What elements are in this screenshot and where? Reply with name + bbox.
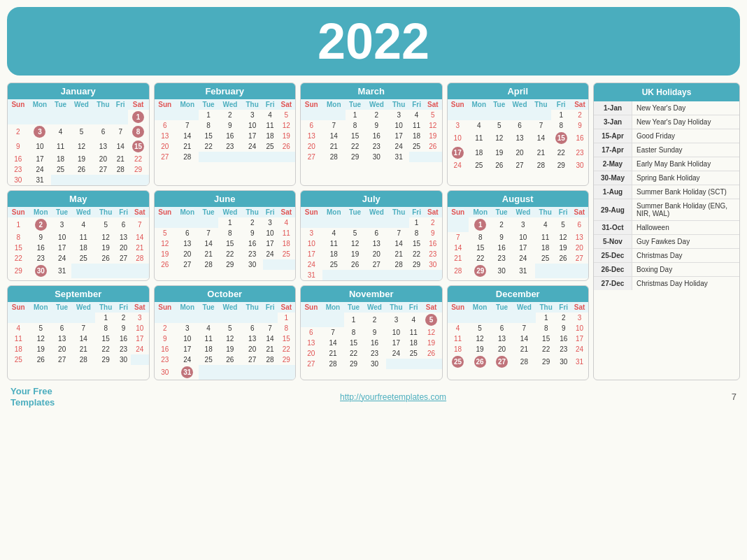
day-cell: 12	[218, 333, 242, 344]
day-cell: 19	[556, 243, 571, 253]
day-cell: 26	[469, 354, 492, 369]
day-cell: 30	[155, 365, 176, 380]
day-cell: 4	[406, 313, 421, 327]
day-cell: 23	[116, 344, 131, 354]
day-cell: 22	[95, 344, 116, 354]
day-cell: 27	[116, 253, 131, 264]
day-cell: 1	[344, 313, 363, 327]
day-cell: 5	[346, 228, 365, 238]
day-cell: 26	[346, 259, 365, 270]
calendars-section: JanuarySunMonTueWedThuFriSat123456789101…	[7, 82, 589, 380]
day-cell: 2	[29, 217, 52, 232]
day-cell: 2	[571, 110, 588, 120]
day-cell	[386, 359, 406, 369]
day-cell: 9	[571, 120, 588, 131]
holiday-name: Summer Bank Holiday (SCT)	[632, 185, 731, 199]
day-cell: 9	[218, 120, 242, 131]
day-cell: 4	[322, 228, 346, 238]
day-cell	[346, 217, 365, 228]
day-cell: 28	[176, 152, 199, 162]
day-cell	[113, 175, 128, 185]
day-cell: 31	[52, 264, 72, 278]
day-cell: 2	[364, 110, 388, 120]
day-cell: 10	[29, 139, 51, 154]
day-cell: 17	[301, 249, 322, 259]
month-block-april: AprilSunMonTueWedThuFriSat12345678910111…	[447, 82, 590, 186]
day-cell: 29	[218, 259, 242, 270]
day-cell: 17	[448, 145, 468, 160]
day-cell: 29	[551, 160, 571, 171]
day-cell: 29	[95, 354, 116, 365]
day-cell: 27	[508, 160, 531, 171]
day-cell: 11	[409, 120, 424, 131]
day-cell: 6	[491, 323, 512, 333]
day-cell: 22	[128, 154, 149, 164]
day-cell: 11	[406, 327, 421, 338]
day-cell	[8, 313, 29, 323]
day-cell: 8	[344, 327, 363, 338]
day-cell: 1	[536, 313, 556, 323]
holiday-name: New Year's Day	[632, 101, 690, 115]
holiday-name: New Year's Day Holiday	[632, 115, 715, 129]
month-title: August	[448, 191, 589, 207]
day-cell: 16	[492, 243, 511, 253]
day-cell: 29	[128, 164, 149, 175]
day-cell: 10	[571, 323, 588, 333]
holiday-date: 1-Jan	[594, 101, 632, 115]
day-cell	[29, 313, 52, 323]
day-cell	[388, 270, 409, 280]
day-cell: 26	[95, 253, 116, 264]
day-cell: 14	[531, 131, 550, 145]
day-cell: 13	[508, 131, 531, 145]
holiday-date: 15-Apr	[594, 129, 632, 143]
day-cell: 13	[155, 131, 176, 141]
day-cell: 7	[263, 323, 278, 333]
day-cell	[176, 313, 199, 323]
day-cell: 31	[571, 354, 588, 369]
day-cell: 31	[301, 270, 322, 280]
day-cell: 24	[511, 253, 535, 264]
day-cell: 3	[52, 217, 72, 232]
day-cell: 24	[571, 344, 588, 354]
footer-url[interactable]: http://yourfreetemplates.com	[340, 392, 446, 402]
day-cell	[242, 313, 263, 323]
day-cell: 25	[535, 253, 556, 264]
day-cell: 25	[278, 249, 295, 259]
day-cell: 9	[29, 232, 52, 243]
day-cell: 20	[52, 344, 72, 354]
day-cell	[242, 365, 263, 380]
day-cell: 25	[71, 253, 95, 264]
day-cell: 27	[242, 354, 263, 365]
day-cell: 12	[469, 333, 492, 344]
day-cell: 7	[131, 217, 148, 232]
day-cell: 25	[406, 348, 421, 359]
day-cell: 16	[8, 154, 29, 164]
day-cell	[218, 152, 242, 162]
day-cell: 12	[278, 120, 295, 131]
day-cell: 2	[8, 124, 29, 139]
day-cell: 30	[363, 359, 386, 369]
day-cell: 5	[556, 217, 571, 232]
day-cell: 4	[448, 323, 469, 333]
holiday-name: Early May Bank Holiday	[632, 157, 715, 171]
day-cell: 5	[70, 124, 93, 139]
month-block-march: MarchSunMonTueWedThuFriSat12345678910111…	[300, 82, 443, 186]
day-cell	[263, 259, 278, 270]
day-cell: 29	[469, 264, 492, 278]
day-cell: 11	[468, 131, 490, 145]
day-cell	[93, 110, 113, 124]
day-cell	[322, 217, 346, 228]
day-cell: 3	[448, 120, 468, 131]
day-cell: 28	[199, 259, 218, 270]
day-cell: 15	[409, 238, 424, 249]
day-cell: 15	[346, 131, 365, 141]
day-cell: 6	[93, 124, 113, 139]
day-cell: 2	[242, 217, 263, 228]
day-cell: 24	[29, 164, 51, 175]
day-cell: 9	[155, 333, 176, 344]
day-cell	[131, 354, 148, 365]
day-cell: 30	[571, 160, 588, 171]
day-cell: 26	[29, 354, 52, 365]
footer-page: 7	[732, 392, 737, 402]
footer-logo: Your Free Templates	[10, 386, 55, 408]
